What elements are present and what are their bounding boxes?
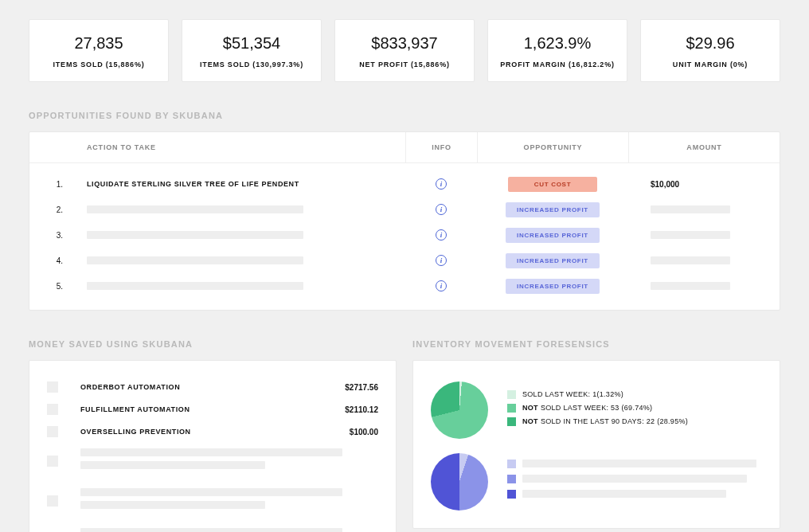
legend-list (507, 460, 762, 505)
col-amount: AMOUNT (628, 132, 780, 162)
inventory-heading: INVENTORY MOVEMENT FORESENSICS (412, 339, 780, 349)
action-cell: LIQUIDATE STERLING SILVER TREE OF LIFE P… (71, 180, 405, 188)
action-cell (71, 282, 405, 290)
square-icon (47, 381, 58, 393)
legend-list: SOLD LAST WEEK: 1(1.32%)NOT SOLD LAST WE… (507, 390, 762, 431)
placeholder-row (47, 488, 378, 514)
legend-swatch (507, 460, 516, 468)
money-saved-item: ORDERBOT AUTOMATION$2717.56 (47, 381, 378, 393)
legend-swatch (507, 490, 516, 499)
square-icon (47, 404, 58, 415)
action-cell (71, 205, 405, 213)
info-icon[interactable]: i (436, 229, 447, 241)
badge-increased-profit: INCREASED PROFIT (506, 202, 600, 217)
action-cell (71, 256, 405, 264)
kpi-card-unit-margin: $29.96 UNIT MARGIN (0%) (640, 19, 780, 82)
kpi-card-items-sold-dollar: $51,354 ITEMS SOLD (130,997.3%) (182, 19, 322, 82)
placeholder-row (47, 448, 378, 474)
amount-cell (628, 282, 780, 290)
row-number: 2. (29, 205, 71, 214)
kpi-card-items-sold: 27,835 ITEMS SOLD (15,886%) (29, 19, 169, 82)
badge-increased-profit: INCREASED PROFIT (506, 279, 600, 294)
kpi-value: 1,623.9% (494, 34, 620, 53)
item-name: ORDERBOT AUTOMATION (80, 383, 345, 391)
table-row: 5.iINCREASED PROFIT (29, 273, 780, 299)
legend-swatch (507, 390, 516, 399)
kpi-card-net-profit: $833,937 NET PROFIT (15,886%) (334, 19, 475, 82)
pie-chart-green (431, 381, 488, 439)
table-header: ACTION TO TAKE INFO OPPORTUNITY AMOUNT (29, 132, 780, 163)
pie-chart-blue (431, 453, 488, 510)
opportunities-table: ACTION TO TAKE INFO OPPORTUNITY AMOUNT 1… (29, 131, 780, 311)
row-number: 4. (29, 256, 71, 265)
kpi-card-profit-margin: 1,623.9% PROFIT MARGIN (16,812.2%) (487, 19, 627, 82)
kpi-value: $51,354 (189, 34, 315, 53)
legend-item-placeholder (507, 475, 762, 483)
action-cell (71, 231, 405, 239)
item-amount: $100.00 (350, 428, 378, 436)
amount-cell (628, 205, 780, 213)
row-number: 1. (29, 180, 71, 189)
table-row: 3.iINCREASED PROFIT (29, 222, 780, 248)
legend-item-placeholder (507, 490, 762, 499)
money-saved-item: OVERSELLING PREVENTION$100.00 (47, 426, 378, 437)
badge-increased-profit: INCREASED PROFIT (506, 253, 600, 268)
legend-item: NOT SOLD LAST WEEK: 53 (69.74%) (507, 404, 762, 413)
kpi-value: $833,937 (342, 34, 467, 53)
info-icon[interactable]: i (436, 204, 447, 215)
money-saved-heading: MONEY SAVED USING SKUBANA (29, 339, 397, 349)
table-row: 4.iINCREASED PROFIT (29, 248, 780, 273)
badge-increased-profit: INCREASED PROFIT (506, 228, 600, 243)
legend-item-placeholder (507, 460, 762, 468)
col-action: ACTION TO TAKE (71, 132, 405, 162)
placeholder-row (47, 528, 378, 532)
inventory-panel: SOLD LAST WEEK: 1(1.32%)NOT SOLD LAST WE… (412, 360, 780, 529)
amount-cell: $10,000 (628, 180, 780, 189)
legend-swatch (507, 417, 516, 426)
kpi-label: PROFIT MARGIN (16,812.2%) (494, 61, 620, 68)
kpi-label: UNIT MARGIN (0%) (647, 61, 773, 68)
item-name: OVERSELLING PREVENTION (80, 428, 350, 436)
money-saved-item: FULFILLMENT AUTOMATION$2110.12 (47, 404, 378, 415)
info-icon[interactable]: i (436, 255, 447, 266)
kpi-label: NET PROFIT (15,886%) (342, 61, 467, 68)
col-info: INFO (405, 132, 477, 162)
legend-item: SOLD LAST WEEK: 1(1.32%) (507, 390, 762, 399)
table-row: 2.iINCREASED PROFIT (29, 197, 780, 222)
col-opportunity: OPPORTUNITY (477, 132, 628, 162)
square-icon (47, 426, 58, 437)
badge-cut-cost: CUT COST (508, 177, 597, 192)
opportunities-heading: OPPORTUNITIES FOUND BY SKUBANA (29, 111, 780, 120)
kpi-label: ITEMS SOLD (130,997.3%) (189, 61, 315, 68)
amount-cell (628, 231, 780, 239)
legend-swatch (507, 475, 516, 483)
row-number: 3. (29, 231, 71, 240)
info-icon[interactable]: i (436, 280, 447, 291)
info-icon[interactable]: i (436, 178, 447, 190)
row-number: 5. (29, 282, 71, 291)
item-name: FULFILLMENT AUTOMATION (80, 405, 345, 413)
item-amount: $2717.56 (345, 383, 378, 392)
legend-item: NOT SOLD IN THE LAST 90 DAYS: 22 (28.95%… (507, 417, 762, 426)
kpi-value: 27,835 (36, 34, 162, 53)
money-saved-panel: ORDERBOT AUTOMATION$2717.56FULFILLMENT A… (29, 360, 397, 532)
item-amount: $2110.12 (345, 405, 378, 414)
kpi-label: ITEMS SOLD (15,886%) (36, 61, 162, 68)
amount-cell (628, 256, 780, 264)
inventory-chart-2 (431, 453, 762, 510)
inventory-chart-1: SOLD LAST WEEK: 1(1.32%)NOT SOLD LAST WE… (431, 381, 762, 439)
kpi-row: 27,835 ITEMS SOLD (15,886%) $51,354 ITEM… (29, 19, 780, 82)
kpi-value: $29.96 (647, 34, 773, 53)
table-row: 1.LIQUIDATE STERLING SILVER TREE OF LIFE… (29, 171, 780, 197)
legend-swatch (507, 404, 516, 413)
